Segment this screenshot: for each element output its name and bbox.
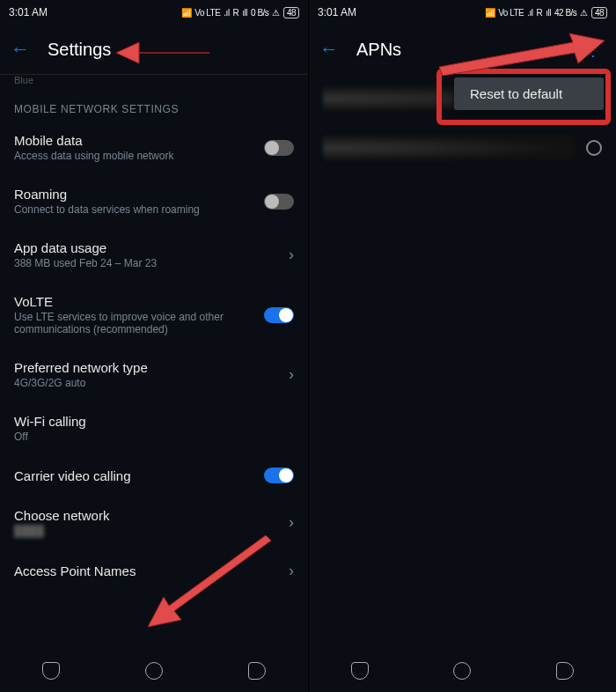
chevron-right-icon: › [289, 365, 294, 384]
row-title: Wi-Fi calling [14, 414, 294, 429]
app-bar: ← Settings [0, 25, 308, 74]
menu-reset-to-default[interactable]: Reset to default [470, 86, 588, 101]
volte-icon: Vo LTE [194, 8, 220, 18]
row-carrier-video-calling[interactable]: Carrier video calling [0, 455, 308, 496]
row-title: Mobile data [14, 133, 253, 148]
prev-row-remnant: Blue [0, 75, 308, 91]
apn-list[interactable] [309, 74, 616, 650]
section-header: MOBILE NETWORK SETTINGS [0, 91, 308, 121]
row-preferred-network[interactable]: Preferred network type 4G/3G/2G auto › [0, 348, 308, 401]
roam-icon: R [233, 8, 239, 18]
wifi-icon: 📶 [485, 8, 495, 18]
back-button[interactable]: ← [11, 38, 30, 61]
status-bar: 3:01 AM 📶 Vo LTE .ıl R ıll 0 B/s ⚠ 48 [0, 0, 308, 25]
nav-back[interactable] [556, 662, 574, 680]
status-bar: 3:01 AM 📶 Vo LTE .ıl R ıll 42 B/s ⚠ 48 [309, 0, 616, 25]
settings-list[interactable]: Blue MOBILE NETWORK SETTINGS Mobile data… [0, 74, 308, 650]
nav-bar [0, 650, 308, 692]
data-rate: 0 B/s [251, 8, 268, 18]
row-volte[interactable]: VoLTE Use LTE services to improve voice … [0, 282, 308, 348]
app-bar: ← APNs ⋮ [309, 25, 616, 74]
nav-recents[interactable] [42, 662, 60, 680]
battery-icon: 48 [591, 7, 607, 18]
row-choose-network[interactable]: Choose network ████ › [0, 496, 308, 549]
settings-screen: 3:01 AM 📶 Vo LTE .ıl R ıll 0 B/s ⚠ 48 ← … [0, 0, 308, 692]
cvc-switch[interactable] [264, 467, 294, 483]
nav-bar [309, 650, 616, 692]
row-title: Choose network [14, 508, 278, 523]
chevron-right-icon: › [289, 246, 294, 264]
signal2-icon: ıll [546, 8, 551, 18]
apns-screen: 3:01 AM 📶 Vo LTE .ıl R ıll 42 B/s ⚠ 48 ←… [308, 0, 616, 692]
battery-icon: 48 [283, 7, 299, 18]
row-title: VoLTE [14, 294, 253, 309]
row-access-point-names[interactable]: Access Point Names › [0, 549, 308, 593]
status-time: 3:01 AM [318, 6, 485, 18]
warn-icon: ⚠ [580, 8, 588, 18]
volte-switch[interactable] [264, 307, 294, 323]
status-icons: 📶 Vo LTE .ıl R ıll 42 B/s ⚠ 48 [485, 7, 607, 18]
page-title: Settings [48, 40, 111, 60]
overflow-menu: Reset to default [454, 77, 604, 110]
roaming-switch[interactable] [264, 194, 294, 210]
apn-item[interactable] [309, 123, 616, 173]
nav-recents[interactable] [351, 662, 369, 680]
volte-icon: Vo LTE [498, 8, 524, 18]
apn-radio[interactable] [586, 140, 602, 156]
row-subtitle: ████ [14, 525, 278, 537]
nav-home[interactable] [453, 662, 471, 680]
apn-name-blurred [323, 136, 576, 160]
nav-home[interactable] [145, 662, 163, 680]
row-app-data-usage[interactable]: App data usage 388 MB used Feb 24 – Mar … [0, 228, 308, 282]
row-subtitle: Access data using mobile network [14, 150, 253, 162]
wifi-icon: 📶 [181, 8, 192, 18]
signal-icon: .ıl [224, 8, 229, 18]
signal2-icon: ıll [242, 8, 247, 18]
status-time: 3:01 AM [9, 6, 181, 18]
row-title: Access Point Names [14, 563, 278, 578]
row-mobile-data[interactable]: Mobile data Access data using mobile net… [0, 121, 308, 174]
row-title: App data usage [14, 240, 278, 255]
row-title: Roaming [14, 187, 253, 202]
back-button[interactable]: ← [319, 38, 339, 61]
data-rate: 42 B/s [554, 8, 576, 18]
row-subtitle: 388 MB used Feb 24 – Mar 23 [14, 257, 278, 269]
roam-icon: R [537, 8, 543, 18]
row-title: Carrier video calling [14, 468, 253, 483]
signal-icon: .ıl [527, 8, 532, 18]
row-roaming[interactable]: Roaming Connect to data services when ro… [0, 174, 308, 228]
nav-back[interactable] [248, 662, 266, 680]
row-subtitle: Connect to data services when roaming [14, 203, 253, 216]
status-icons: 📶 Vo LTE .ıl R ıll 0 B/s ⚠ 48 [181, 7, 299, 18]
mobile-data-switch[interactable] [264, 140, 294, 156]
chevron-right-icon: › [289, 562, 294, 580]
row-title: Preferred network type [14, 360, 278, 375]
row-subtitle: 4G/3G/2G auto [14, 377, 278, 389]
warn-icon: ⚠ [272, 8, 280, 18]
overflow-menu-button[interactable]: ⋮ [581, 39, 605, 60]
row-subtitle: Off [14, 431, 294, 443]
page-title: APNs [356, 40, 401, 60]
chevron-right-icon: › [289, 513, 294, 532]
row-wifi-calling[interactable]: Wi-Fi calling Off [0, 401, 308, 455]
row-subtitle: Use LTE services to improve voice and ot… [14, 311, 253, 335]
